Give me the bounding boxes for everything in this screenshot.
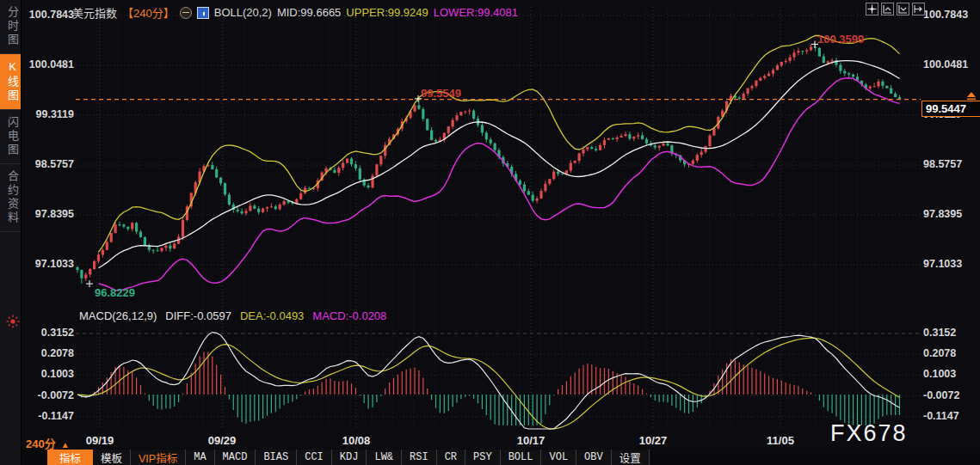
price-axis-label: 100.7843	[923, 9, 977, 21]
macd-axis-label: -0.0072	[923, 389, 977, 401]
toolbar-item-cr[interactable]: CR	[437, 450, 465, 465]
price-axis-label: 97.1033	[26, 258, 74, 270]
macd-axis-label: -0.0072	[26, 389, 74, 401]
boll-upper-value: UPPER:99.9249	[346, 6, 428, 19]
restore-view-icon[interactable]	[912, 3, 925, 15]
macd-axis-label: 0.3152	[26, 327, 74, 339]
toolbar-item-indicators[interactable]: 指标	[47, 450, 93, 465]
date-axis-label: 10/08	[334, 434, 379, 447]
date-axis-label: 10/17	[508, 434, 553, 447]
toolbar-item-vip-indicators[interactable]: VIP指标	[131, 450, 186, 465]
toolbar-item-vol[interactable]: VOL	[541, 450, 576, 465]
macd-axis-label: 0.3152	[923, 327, 977, 339]
price-axis-label: 100.0481	[923, 58, 977, 70]
chart-tools	[866, 3, 925, 15]
macd-header: MACD(26,12,9) DIFF:-0.0597 DEA:-0.0493 M…	[79, 309, 386, 322]
candlestick-chart[interactable]	[0, 0, 980, 465]
chart-header: 美元指数 【240分】 BOLL(20,2) MID:99.6665 UPPER…	[72, 4, 518, 21]
macd-label: MACD(26,12,9)	[79, 309, 157, 322]
price-arrow-icon	[965, 90, 978, 106]
price-axis-label: 100.7843	[26, 9, 74, 21]
macd-axis-label: 0.1003	[923, 368, 977, 380]
low-price-annotation: 96.8229	[95, 286, 135, 299]
macd-axis-label: 0.2078	[923, 347, 977, 359]
chart-type-icon[interactable]	[197, 7, 209, 19]
macd-axis-label: -0.1147	[923, 410, 977, 422]
date-axis-label: 10/27	[631, 434, 675, 447]
toolbar-item-macd[interactable]: MACD	[215, 450, 256, 465]
axis-zoom-right-icon[interactable]	[897, 3, 909, 15]
toolbar-item-kdj[interactable]: KDJ	[332, 450, 367, 465]
toolbar-item-lw[interactable]: LW&	[367, 450, 402, 465]
timeframe-label[interactable]: 【240分】	[122, 4, 175, 21]
macd-dea-value: DEA:-0.0493	[240, 309, 304, 322]
macd-diff-value: DIFF:-0.0597	[165, 309, 231, 322]
boll-mid-value: MID:99.6665	[277, 6, 341, 19]
price-axis-label: 97.1033	[923, 258, 977, 270]
date-axis-label: 09/19	[77, 434, 122, 447]
timeframe-badge-label: 240分	[26, 437, 56, 450]
macd-axis-label: 0.1003	[26, 368, 74, 380]
timeframe-badge-arrow-icon: ▲	[61, 440, 70, 450]
symbol-title: 美元指数	[72, 4, 117, 21]
price-axis-label: 98.5757	[26, 158, 74, 170]
toolbar-item-ma[interactable]: MA	[186, 450, 214, 465]
price-axis-label: 97.8395	[923, 208, 977, 220]
date-axis-label: 09/29	[200, 434, 244, 447]
toolbar-item-psy[interactable]: PSY	[465, 450, 501, 465]
sidebar-item-contract-info[interactable]: 合约资料	[0, 164, 21, 232]
sidebar-item-kline-chart[interactable]: K线图	[0, 54, 21, 110]
top-price-annotation: 100.3599	[817, 33, 864, 46]
sidebar-item-time-chart[interactable]: 分时图	[0, 0, 21, 54]
price-axis-label: 99.3119	[26, 108, 74, 120]
toolbar-item-cci[interactable]: CCI	[297, 450, 332, 465]
pan-icon[interactable]	[866, 3, 878, 15]
collapse-icon[interactable]	[180, 7, 192, 19]
price-axis-label: 98.5757	[923, 158, 977, 170]
macd-axis-label: 0.2078	[26, 347, 74, 359]
indicator-toolbar: 指标 模板 VIP指标 MA MACD BIAS CCI KDJ LW& RSI…	[47, 450, 650, 465]
sidebar-item-flash-chart[interactable]: 闪电图	[0, 110, 21, 164]
date-axis-label: 11/05	[758, 434, 803, 447]
macd-axis-label: -0.1147	[26, 410, 74, 422]
swing-high-annotation: 99.5549	[421, 87, 461, 100]
toolbar-item-rsi[interactable]: RSI	[402, 450, 437, 465]
left-sidebar: 分时图 K线图 闪电图 合约资料	[0, 0, 22, 465]
alert-dot-icon[interactable]	[6, 315, 20, 328]
trading-app-window: { "header": { "title": "美元指数", "timefram…	[0, 0, 980, 465]
watermark: FX678	[830, 420, 908, 447]
toolbar-item-boll[interactable]: BOLL	[501, 450, 542, 465]
price-axis-label: 97.8395	[26, 208, 74, 220]
toolbar-item-bias[interactable]: BIAS	[256, 450, 297, 465]
price-axis-label: 100.0481	[26, 58, 74, 70]
boll-lower-value: LOWER:99.4081	[434, 6, 518, 19]
toolbar-item-obv[interactable]: OBV	[576, 450, 612, 465]
boll-label: BOLL(20,2)	[214, 6, 272, 19]
macd-macd-value: MACD:-0.0208	[312, 309, 386, 322]
toolbar-item-settings[interactable]: 设置	[612, 450, 650, 465]
toolbar-item-templates[interactable]: 模板	[93, 450, 131, 465]
axis-zoom-left-icon[interactable]	[881, 3, 894, 15]
